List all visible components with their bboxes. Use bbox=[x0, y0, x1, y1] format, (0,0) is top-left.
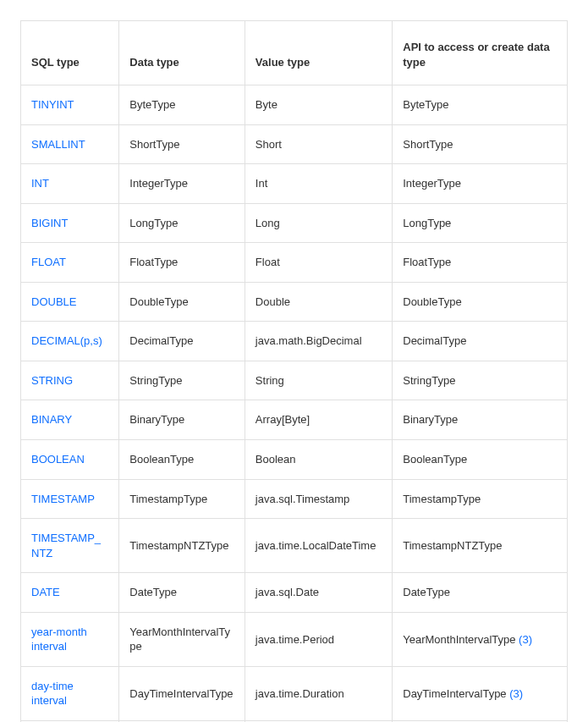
table-row: BINARYBinaryTypeArray[Byte]BinaryType bbox=[21, 400, 568, 440]
cell-sql-type: FLOAT bbox=[21, 243, 119, 283]
table-row: INTIntegerTypeIntIntegerType bbox=[21, 164, 568, 204]
cell-api: TimestampType bbox=[393, 479, 568, 519]
table-row: day-time intervalDayTimeIntervalTypejava… bbox=[21, 666, 568, 720]
cell-sql-type: DOUBLE bbox=[21, 282, 119, 322]
cell-value-type: Array[Byte] bbox=[245, 400, 392, 440]
api-text: DoubleType bbox=[403, 295, 461, 308]
header-sql-type: SQL type bbox=[21, 21, 119, 85]
sql-type-link[interactable]: BINARY bbox=[31, 413, 72, 426]
cell-value-type: java.sql.Timestamp bbox=[245, 479, 392, 519]
sql-type-link[interactable]: TIMESTAMP bbox=[31, 493, 95, 505]
sql-type-link[interactable]: DECIMAL(p,s) bbox=[31, 334, 102, 347]
cell-sql-type: INT bbox=[21, 164, 119, 204]
cell-sql-type: year-month interval bbox=[21, 612, 119, 666]
cell-sql-type: SMALLINT bbox=[21, 124, 119, 164]
cell-data-type: TimestampType bbox=[119, 479, 245, 519]
table-row: BOOLEANBooleanTypeBooleanBooleanType bbox=[21, 440, 568, 480]
table-row: BIGINTLongTypeLongLongType bbox=[21, 203, 568, 243]
api-text: DayTimeIntervalType bbox=[403, 687, 509, 700]
cell-sql-type: day-time interval bbox=[21, 666, 119, 720]
table-row: SMALLINTShortTypeShortShortType bbox=[21, 124, 568, 164]
sql-type-link[interactable]: TINYINT bbox=[31, 98, 74, 111]
cell-data-type: LongType bbox=[119, 203, 245, 243]
table-row: STRINGStringTypeStringStringType bbox=[21, 361, 568, 400]
sql-type-link[interactable]: BOOLEAN bbox=[31, 453, 85, 466]
cell-api: DoubleType bbox=[393, 282, 568, 322]
cell-data-type: DateType bbox=[119, 573, 245, 613]
cell-value-type: String bbox=[245, 361, 392, 400]
cell-data-type: FloatType bbox=[119, 243, 245, 283]
cell-value-type: Byte bbox=[245, 85, 392, 125]
cell-sql-type: BINARY bbox=[21, 400, 119, 440]
api-text: BooleanType bbox=[403, 453, 467, 466]
table-row: DECIMAL(p,s)DecimalTypejava.math.BigDeci… bbox=[21, 322, 568, 361]
cell-value-type: Short bbox=[245, 124, 392, 164]
cell-api: BinaryType bbox=[393, 400, 568, 440]
table-body: TINYINTByteTypeByteByteTypeSMALLINTShort… bbox=[21, 85, 568, 722]
sql-type-link[interactable]: TIMESTAMP_NTZ bbox=[31, 532, 101, 559]
cell-data-type: ByteType bbox=[119, 85, 245, 125]
cell-api: ByteType bbox=[393, 85, 568, 125]
cell-data-type: DoubleType bbox=[119, 282, 245, 322]
cell-sql-type: DATE bbox=[21, 573, 119, 613]
sql-type-link[interactable]: INT bbox=[31, 177, 49, 190]
table-row: TIMESTAMP_NTZTimestampNTZTypejava.time.L… bbox=[21, 519, 568, 573]
cell-value-type: java.time.LocalDateTime bbox=[245, 519, 392, 573]
header-data-type: Data type bbox=[119, 21, 245, 85]
cell-value-type: Int bbox=[245, 164, 392, 204]
api-note-link[interactable]: (3) bbox=[519, 633, 532, 646]
cell-data-type: TimestampNTZType bbox=[119, 519, 245, 573]
cell-data-type: DayTimeIntervalType bbox=[119, 666, 245, 720]
api-text: StringType bbox=[403, 374, 455, 387]
sql-type-link[interactable]: year-month interval bbox=[31, 626, 87, 653]
header-api: API to access or create data type bbox=[393, 21, 568, 85]
api-text: TimestampNTZType bbox=[403, 539, 502, 552]
cell-api: IntegerType bbox=[393, 164, 568, 204]
cell-api: DecimalType bbox=[393, 322, 568, 361]
cell-api: LongType bbox=[393, 203, 568, 243]
api-text: DateType bbox=[403, 586, 450, 598]
cell-value-type: java.math.BigDecimal bbox=[245, 322, 392, 361]
cell-data-type: YearMonthIntervalType bbox=[119, 612, 245, 666]
cell-value-type: Boolean bbox=[245, 440, 392, 480]
api-text: BinaryType bbox=[403, 413, 458, 426]
cell-value-type: Double bbox=[245, 282, 392, 322]
table-row: FLOATFloatTypeFloatFloatType bbox=[21, 243, 568, 283]
cell-sql-type: TIMESTAMP_NTZ bbox=[21, 519, 119, 573]
cell-sql-type: TINYINT bbox=[21, 85, 119, 125]
cell-api: DateType bbox=[393, 573, 568, 613]
api-note-link[interactable]: (3) bbox=[509, 687, 523, 700]
cell-data-type: IntegerType bbox=[119, 164, 245, 204]
cell-api: YearMonthIntervalType (3) bbox=[393, 612, 568, 666]
cell-api: BooleanType bbox=[393, 440, 568, 480]
sql-type-link[interactable]: FLOAT bbox=[31, 256, 66, 268]
api-text: FloatType bbox=[403, 256, 451, 268]
cell-value-type: java.time.Period bbox=[245, 612, 392, 666]
cell-api: StringType bbox=[393, 361, 568, 400]
api-text: LongType bbox=[403, 217, 451, 229]
cell-api: TimestampNTZType bbox=[393, 519, 568, 573]
sql-type-link[interactable]: DATE bbox=[31, 586, 60, 598]
cell-data-type: BooleanType bbox=[119, 440, 245, 480]
cell-sql-type: DECIMAL(p,s) bbox=[21, 322, 119, 361]
sql-type-link[interactable]: DOUBLE bbox=[31, 295, 76, 308]
sql-type-link[interactable]: BIGINT bbox=[31, 217, 68, 229]
table-row: TIMESTAMPTimestampTypejava.sql.Timestamp… bbox=[21, 479, 568, 519]
cell-data-type: DecimalType bbox=[119, 322, 245, 361]
sql-type-link[interactable]: day-time interval bbox=[31, 680, 74, 708]
cell-sql-type: TIMESTAMP bbox=[21, 479, 119, 519]
table-row: DATEDateTypejava.sql.DateDateType bbox=[21, 573, 568, 613]
sql-type-link[interactable]: SMALLINT bbox=[31, 138, 85, 151]
api-text: ByteType bbox=[403, 98, 448, 111]
cell-data-type: StringType bbox=[119, 361, 245, 400]
table-row: TINYINTByteTypeByteByteType bbox=[21, 85, 568, 125]
cell-sql-type: STRING bbox=[21, 361, 119, 400]
cell-value-type: java.sql.Date bbox=[245, 573, 392, 613]
api-text: DecimalType bbox=[403, 334, 466, 347]
api-text: IntegerType bbox=[403, 177, 461, 190]
header-value-type: Value type bbox=[245, 21, 392, 85]
cell-data-type: BinaryType bbox=[119, 400, 245, 440]
sql-type-link[interactable]: STRING bbox=[31, 374, 73, 387]
cell-value-type: java.time.Duration bbox=[245, 666, 392, 720]
cell-sql-type: BIGINT bbox=[21, 203, 119, 243]
